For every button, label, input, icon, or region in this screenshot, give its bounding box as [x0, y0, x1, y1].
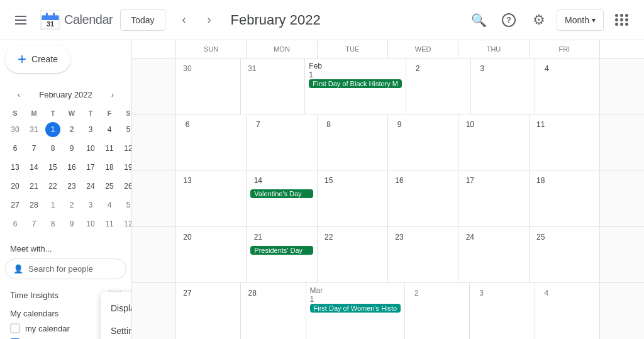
- mini-cal-day[interactable]: 6: [6, 215, 24, 233]
- cal-cell[interactable]: 28: [241, 283, 306, 339]
- cal-cell[interactable]: 4: [535, 58, 600, 114]
- mini-cal-day[interactable]: 23: [63, 177, 80, 195]
- cal-cell[interactable]: 2: [405, 283, 470, 339]
- cal-cell[interactable]: 14Valentine's Day: [247, 170, 317, 226]
- cal-cell-right-partial[interactable]: [600, 170, 644, 226]
- mini-cal-day[interactable]: 22: [44, 177, 62, 195]
- cal-cell[interactable]: 30: [176, 58, 241, 114]
- mini-cal-day[interactable]: 2: [63, 121, 80, 138]
- mini-cal-day[interactable]: 6: [6, 140, 24, 157]
- cal-cell[interactable]: 31: [241, 58, 306, 114]
- cal-cell-right-partial[interactable]: [600, 283, 644, 339]
- mini-cal-day[interactable]: 17: [82, 158, 99, 176]
- mini-cal-day[interactable]: 11: [101, 215, 118, 233]
- cal-cell[interactable]: 2: [406, 58, 471, 114]
- cal-cell[interactable]: 8: [318, 114, 388, 170]
- cal-cell[interactable]: 9: [388, 114, 458, 170]
- cal-cell-right-partial[interactable]: [600, 58, 644, 114]
- mini-cal-day[interactable]: 9: [63, 215, 80, 233]
- cal-cell[interactable]: 15: [318, 170, 388, 226]
- event-pill[interactable]: Valentine's Day: [250, 189, 313, 198]
- cal-cell[interactable]: 3: [471, 58, 536, 114]
- mini-cal-day[interactable]: 8: [44, 140, 62, 157]
- cal-cell[interactable]: 20: [176, 227, 247, 282]
- mini-cal-day[interactable]: 12: [119, 215, 132, 233]
- hamburger-button[interactable]: [10, 8, 35, 33]
- cal-cell[interactable]: 18: [530, 170, 600, 226]
- mini-cal-day[interactable]: 14: [25, 158, 43, 176]
- cal-cell[interactable]: Mar 1First Day of Women's Histo: [306, 283, 406, 339]
- cal-cell[interactable]: 13: [176, 170, 247, 226]
- create-button[interactable]: + Create: [5, 45, 70, 73]
- mini-cal-day[interactable]: 21: [25, 177, 43, 195]
- cal-cell[interactable]: 6: [176, 114, 247, 170]
- cal-cell[interactable]: 17: [458, 170, 529, 226]
- mini-cal-day[interactable]: 25: [101, 177, 118, 195]
- cal-cell-right-partial[interactable]: [600, 227, 644, 282]
- mini-cal-day[interactable]: 12: [119, 140, 132, 157]
- mini-cal-day[interactable]: 1: [44, 196, 62, 214]
- mini-cal-day[interactable]: 7: [25, 215, 43, 233]
- cal-cell[interactable]: 7: [247, 114, 317, 170]
- mini-cal-day[interactable]: 4: [101, 196, 118, 214]
- mini-cal-day[interactable]: 10: [82, 215, 99, 233]
- cal-cell-left-partial[interactable]: [132, 227, 176, 282]
- mini-cal-day[interactable]: 10: [82, 140, 99, 157]
- mini-cal-day[interactable]: 26: [119, 177, 132, 195]
- mini-cal-day[interactable]: 24: [82, 177, 99, 195]
- display-only-item[interactable]: Display this only: [101, 297, 132, 320]
- mini-cal-day[interactable]: 30: [6, 121, 24, 138]
- cal-cell[interactable]: 27: [176, 283, 241, 339]
- cal-cell[interactable]: 4: [535, 283, 600, 339]
- cal-cell[interactable]: 25: [530, 227, 600, 282]
- mini-cal-day[interactable]: 9: [63, 140, 80, 157]
- cal-cell[interactable]: 11: [530, 114, 600, 170]
- mini-cal-day[interactable]: 15: [44, 158, 62, 176]
- mini-cal-day[interactable]: 18: [101, 158, 118, 176]
- apps-button[interactable]: [609, 8, 634, 33]
- mini-cal-day[interactable]: 20: [6, 177, 24, 195]
- mini-cal-day[interactable]: 1: [44, 121, 62, 138]
- event-pill[interactable]: First Day of Black History M: [309, 79, 402, 88]
- mini-cal-day[interactable]: 4: [101, 121, 118, 138]
- cal-cell[interactable]: 3: [470, 283, 535, 339]
- search-people-input[interactable]: 👤 Search for people: [5, 258, 126, 279]
- mini-cal-day[interactable]: 27: [6, 196, 24, 214]
- mini-cal-day[interactable]: 3: [82, 196, 99, 214]
- cal-cell[interactable]: 16: [388, 170, 458, 226]
- help-button[interactable]: ?: [496, 8, 521, 33]
- mini-cal-day[interactable]: 31: [25, 121, 43, 138]
- mini-cal-day[interactable]: 13: [6, 158, 24, 176]
- prev-month-button[interactable]: ‹: [173, 9, 196, 31]
- settings-button[interactable]: ⚙: [526, 8, 552, 33]
- mini-cal-day[interactable]: 5: [119, 121, 132, 138]
- cal-cell-left-partial[interactable]: [132, 58, 176, 114]
- mini-cal-day[interactable]: 5: [119, 196, 132, 214]
- event-pill[interactable]: First Day of Women's Histo: [310, 304, 401, 313]
- mini-cal-day[interactable]: 7: [25, 140, 43, 157]
- today-button[interactable]: Today: [120, 9, 165, 31]
- mini-cal-day[interactable]: 3: [82, 121, 99, 138]
- next-month-button[interactable]: ›: [198, 9, 221, 31]
- cal-cell[interactable]: 24: [458, 227, 529, 282]
- mini-cal-day[interactable]: 28: [25, 196, 43, 214]
- mini-cal-day[interactable]: 16: [63, 158, 80, 176]
- cal-cell[interactable]: 10: [458, 114, 529, 170]
- cal-cell-left-partial[interactable]: [132, 170, 176, 226]
- mini-cal-next[interactable]: ›: [104, 86, 121, 103]
- event-pill[interactable]: Presidents' Day: [250, 246, 313, 255]
- view-selector[interactable]: Month ▾: [557, 9, 604, 31]
- cal-cell[interactable]: 22: [318, 227, 388, 282]
- cal-cell-left-partial[interactable]: [132, 283, 176, 339]
- cal-cell[interactable]: Feb 1First Day of Black History M: [305, 58, 406, 114]
- mini-cal-day[interactable]: 2: [63, 196, 80, 214]
- search-button[interactable]: 🔍: [466, 8, 491, 33]
- mini-cal-day[interactable]: 8: [44, 215, 62, 233]
- settings-sharing-item[interactable]: Settings and sharing: [101, 320, 132, 339]
- cal-cell-left-partial[interactable]: [132, 114, 176, 170]
- mini-cal-day[interactable]: 19: [119, 158, 132, 176]
- mini-cal-day[interactable]: 11: [101, 140, 118, 157]
- mini-cal-prev[interactable]: ‹: [10, 86, 28, 103]
- cal-cell-right-partial[interactable]: [600, 114, 644, 170]
- cal-cell[interactable]: 23: [388, 227, 458, 282]
